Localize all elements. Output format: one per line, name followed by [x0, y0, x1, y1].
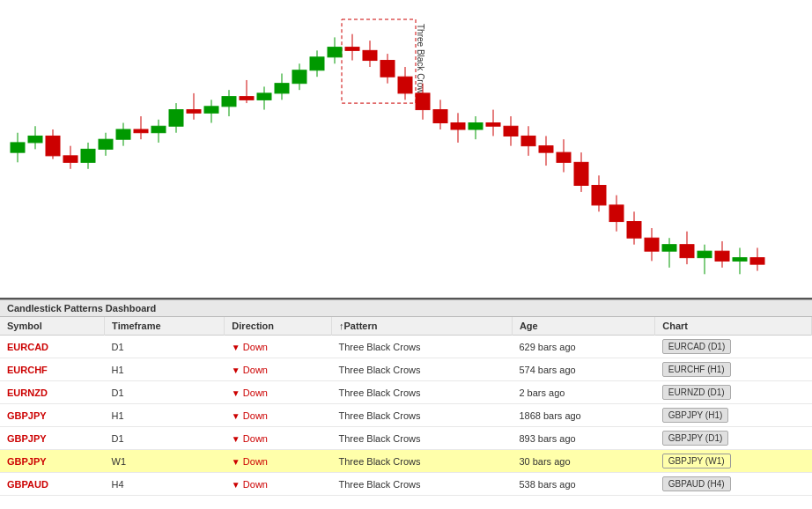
- cell-age: 574 bars ago: [512, 358, 654, 381]
- cell-timeframe: H4: [105, 473, 225, 496]
- chart-button[interactable]: GBPJPY (D1): [662, 431, 729, 446]
- cell-age: 2 bars ago: [512, 381, 654, 404]
- cell-chart[interactable]: GBPJPY (D1): [655, 427, 812, 450]
- cell-chart[interactable]: EURCAD (D1): [655, 336, 812, 358]
- cell-symbol: EURCAD: [0, 336, 105, 358]
- cell-timeframe: D1: [105, 336, 225, 358]
- table-row[interactable]: EURCHF H1 ▼ Down Three Black Crows 574 b…: [0, 358, 812, 381]
- cell-timeframe: D1: [105, 427, 225, 450]
- cell-timeframe: H1: [105, 404, 225, 427]
- patterns-table: Symbol Timeframe Direction ↑Pattern Age …: [0, 317, 812, 496]
- cell-symbol: EURCHF: [0, 358, 105, 381]
- chart-button[interactable]: EURCHF (H1): [662, 362, 731, 377]
- cell-pattern: Three Black Crows: [332, 404, 513, 427]
- cell-chart[interactable]: GBPJPY (W1): [655, 450, 812, 473]
- table-container[interactable]: Symbol Timeframe Direction ↑Pattern Age …: [0, 317, 812, 509]
- cell-direction: ▼ Down: [225, 450, 332, 473]
- cell-direction: ▼ Down: [225, 381, 332, 404]
- cell-direction: ▼ Down: [225, 336, 332, 358]
- cell-age: 629 bars ago: [512, 336, 654, 358]
- cell-age: 893 bars ago: [512, 427, 654, 450]
- cell-chart[interactable]: EURNZD (D1): [655, 381, 812, 404]
- chart-area: GBPJPY,Weekly 160.580 162.560 159.905 16…: [0, 0, 812, 299]
- cell-age: 30 bars ago: [512, 450, 654, 473]
- chart-button[interactable]: GBPAUD (H4): [662, 476, 731, 491]
- table-header: Symbol Timeframe Direction ↑Pattern Age …: [0, 317, 812, 336]
- cell-symbol: EURNZD: [0, 381, 105, 404]
- cell-symbol: GBPJPY: [0, 404, 105, 427]
- chart-button[interactable]: EURNZD (D1): [662, 385, 731, 400]
- cell-pattern: Three Black Crows: [332, 381, 513, 404]
- cell-direction: ▼ Down: [225, 358, 332, 381]
- cell-timeframe: D1: [105, 381, 225, 404]
- chart-button[interactable]: EURCAD (D1): [662, 339, 731, 354]
- cell-chart[interactable]: EURCHF (H1): [655, 358, 812, 381]
- table-body: EURCAD D1 ▼ Down Three Black Crows 629 b…: [0, 336, 812, 496]
- cell-direction: ▼ Down: [225, 404, 332, 427]
- cell-timeframe: W1: [105, 450, 225, 473]
- col-age: Age: [512, 317, 654, 336]
- cell-chart[interactable]: GBPAUD (H4): [655, 473, 812, 496]
- table-row[interactable]: GBPJPY W1 ▼ Down Three Black Crows 30 ba…: [0, 450, 812, 473]
- col-pattern: ↑Pattern: [332, 317, 513, 336]
- table-row[interactable]: GBPJPY H1 ▼ Down Three Black Crows 1868 …: [0, 404, 812, 427]
- table-row[interactable]: EURNZD D1 ▼ Down Three Black Crows 2 bar…: [0, 381, 812, 404]
- cell-chart[interactable]: GBPJPY (H1): [655, 404, 812, 427]
- col-timeframe: Timeframe: [105, 317, 225, 336]
- cell-pattern: Three Black Crows: [332, 427, 513, 450]
- cell-symbol: GBPJPY: [0, 450, 105, 473]
- col-symbol: Symbol: [0, 317, 105, 336]
- cell-direction: ▼ Down: [225, 427, 332, 450]
- cell-pattern: Three Black Crows: [332, 450, 513, 473]
- dashboard: Candlestick Patterns Dashboard Symbol Ti…: [0, 299, 812, 509]
- cell-pattern: Three Black Crows: [332, 358, 513, 381]
- cell-pattern: Three Black Crows: [332, 336, 513, 358]
- cell-pattern: Three Black Crows: [332, 473, 513, 496]
- cell-age: 1868 bars ago: [512, 404, 654, 427]
- table-row[interactable]: EURCAD D1 ▼ Down Three Black Crows 629 b…: [0, 336, 812, 358]
- cell-symbol: GBPAUD: [0, 473, 105, 496]
- col-direction: Direction: [225, 317, 332, 336]
- table-row[interactable]: GBPJPY D1 ▼ Down Three Black Crows 893 b…: [0, 427, 812, 450]
- cell-symbol: GBPJPY: [0, 427, 105, 450]
- col-chart: Chart: [655, 317, 812, 336]
- chart-button[interactable]: GBPJPY (H1): [662, 408, 729, 423]
- cell-timeframe: H1: [105, 358, 225, 381]
- chart-button[interactable]: GBPJPY (W1): [662, 454, 731, 468]
- cell-direction: ▼ Down: [225, 473, 332, 496]
- table-row[interactable]: GBPAUD H4 ▼ Down Three Black Crows 538 b…: [0, 473, 812, 496]
- dashboard-title: Candlestick Patterns Dashboard: [0, 300, 812, 317]
- cell-age: 538 bars ago: [512, 473, 654, 496]
